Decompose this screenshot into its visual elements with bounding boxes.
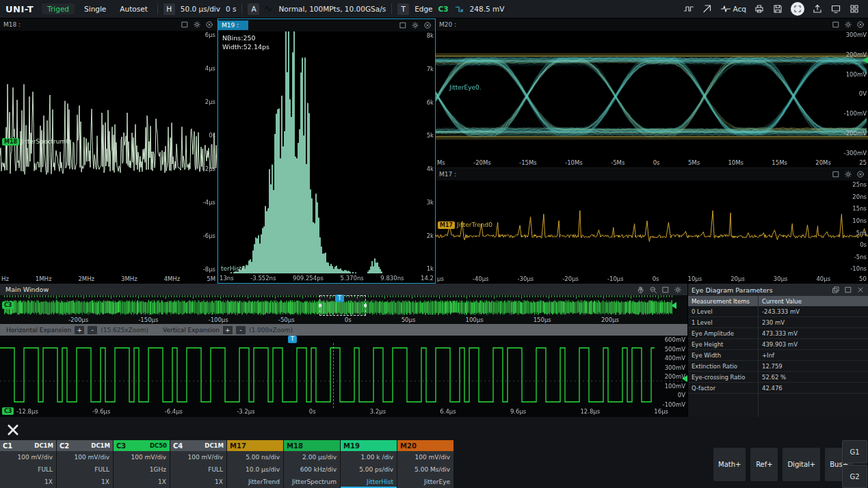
window-icon[interactable]	[844, 286, 852, 294]
channel-setting-row: 100 mV/div	[57, 451, 113, 463]
math-add-button[interactable]: Math+	[713, 448, 746, 481]
eye-param-row[interactable]: Q-factor42.476	[688, 383, 868, 394]
channel-header[interactable]: M20	[397, 440, 453, 451]
param-name: Eye Width	[688, 350, 758, 360]
settings-gear-icon[interactable]	[193, 21, 201, 29]
fullscreen-icon[interactable]	[791, 2, 804, 16]
settings-gear-icon[interactable]	[674, 286, 682, 294]
pan-hand-icon[interactable]	[637, 286, 645, 294]
trigger-menu-button[interactable]: T	[397, 3, 409, 15]
acquire-quick-button[interactable]: Acq	[720, 3, 746, 14]
v-expand-decrease-button[interactable]: -	[236, 326, 246, 334]
channel-block-c2[interactable]: C2DC1M100 mV/divFULL1X	[57, 440, 113, 488]
save-icon[interactable]	[772, 3, 783, 14]
zoom-out-icon[interactable]	[649, 286, 657, 294]
eye-plot-area[interactable]: JitterEye0. 300mV200mV100mV0V-100mV-200m…	[436, 31, 868, 157]
m18-badge[interactable]: M18	[2, 138, 19, 146]
copy-icon[interactable]	[832, 286, 840, 294]
histogram-plot-area[interactable]: NBins:250 Width:52.14ps terHist0 8k7k6k5…	[218, 31, 435, 273]
grid-layout-icon[interactable]	[849, 3, 860, 14]
display-icon[interactable]	[830, 3, 841, 14]
window-icon[interactable]	[661, 286, 670, 294]
channel-header[interactable]: M18	[284, 440, 340, 451]
channel-header[interactable]: C2DC1M	[57, 440, 113, 451]
acquisition-info[interactable]: Normal, 100MPts, 10.00GSa/s	[278, 5, 386, 13]
channel-header[interactable]: M17	[227, 440, 283, 451]
channel-block-m20[interactable]: M20100 mV/div5.00 Ms/divJitterEye	[397, 440, 453, 488]
channel-block-c1[interactable]: C1DC1M100 mV/divFULL1X	[0, 440, 56, 488]
zoom-waveform-canvas[interactable]	[0, 336, 687, 417]
toolbar-separator	[391, 3, 392, 14]
trend-canvas[interactable]	[436, 180, 868, 273]
channel-block-m17[interactable]: M175.00 ns/div10.0 μs/divJitterTrend	[227, 440, 283, 488]
settings-gear-icon[interactable]	[844, 170, 852, 178]
settings-gear-icon[interactable]	[411, 21, 419, 29]
channel-c3-badge[interactable]: C3	[2, 407, 14, 415]
ref-add-button[interactable]: Ref+	[750, 448, 778, 481]
eye-param-row[interactable]: 0 Level-243.333 mV	[688, 306, 868, 317]
close-icon[interactable]	[856, 286, 865, 294]
close-icon[interactable]	[856, 170, 865, 178]
eye-param-row[interactable]: 1 Level230 mV	[688, 317, 868, 328]
settings-gear-icon[interactable]	[844, 21, 852, 29]
trigger-position-marker[interactable]: T	[335, 295, 344, 302]
trigger-position-marker[interactable]: T	[288, 336, 297, 343]
channel-header[interactable]: M19	[341, 440, 397, 451]
h-expand-increase-button[interactable]: +	[75, 326, 84, 334]
channel-setting-row: 2.00 μs/div	[284, 451, 340, 463]
print-icon[interactable]	[754, 3, 765, 14]
waveform-icon[interactable]	[683, 3, 694, 14]
panel-title[interactable]: M19 :	[218, 21, 248, 30]
h-expand-decrease-button[interactable]: -	[88, 326, 97, 334]
disconnect-icon[interactable]	[5, 422, 21, 437]
panel-m17-jitter-trend: M17 : M17 JitterTrend0 25ns20ns15ns10ns5…	[436, 168, 868, 284]
eye-canvas[interactable]	[436, 31, 868, 157]
trigger-level-marker[interactable]	[863, 57, 868, 64]
measure-icon[interactable]	[702, 3, 713, 14]
trend-plot-area[interactable]: M17 JitterTrend0 25ns20ns15ns10ns5ns0s-5…	[436, 180, 868, 273]
spectrum-plot-area[interactable]: M18 JitterSpectrum0 6μs4μs2μs0s-2μs-4μs-…	[0, 31, 217, 274]
trigger-level-marker[interactable]	[671, 302, 676, 309]
histogram-canvas[interactable]	[218, 31, 435, 273]
close-icon[interactable]	[856, 21, 865, 29]
autoset-button[interactable]: Autoset	[116, 3, 151, 14]
eye-param-row[interactable]: Eye Amplitude473.333 mV	[688, 328, 868, 339]
close-icon[interactable]	[423, 21, 432, 29]
select-checkbox-icon[interactable]	[832, 170, 840, 178]
horizontal-scale-value[interactable]: 50.0 μs/div	[181, 5, 220, 13]
channel-block-m18[interactable]: M182.00 μs/div600 kHz/divJitterSpectrum	[284, 440, 340, 488]
trigger-level-marker[interactable]	[682, 375, 687, 382]
horizontal-menu-button[interactable]: H	[163, 3, 175, 15]
trigger-slope-icon[interactable]	[454, 4, 464, 14]
single-button[interactable]: Single	[80, 3, 110, 14]
channel-block-c3[interactable]: C3DC50100 mV/div1GHz1X	[114, 440, 170, 488]
export-icon[interactable]	[812, 3, 823, 14]
horizontal-position-value[interactable]: 0 s	[226, 5, 237, 13]
zoom-waveform-area[interactable]: T 600mV500mV400mV300mV200mV100mV0V-100mV…	[0, 336, 687, 417]
g2-button[interactable]: G2	[842, 465, 867, 488]
spectrum-canvas[interactable]	[0, 31, 217, 274]
m17-badge[interactable]: M17	[438, 221, 455, 229]
channel-block-m19[interactable]: M191.00 k /div5.00 ps/divJitterHist	[341, 440, 397, 488]
trigger-type-value[interactable]: Edge	[415, 5, 432, 13]
eye-param-row[interactable]: Extinction Ratio12.759	[688, 361, 868, 372]
channel-header[interactable]: C4DC1M	[170, 440, 226, 451]
close-icon[interactable]	[205, 21, 213, 29]
eye-param-row[interactable]: Eye-crossing Ratio52.62 %	[688, 372, 868, 383]
channel-c3-badge[interactable]: C3	[2, 301, 14, 309]
g1-button[interactable]: G1	[842, 440, 867, 463]
eye-param-row[interactable]: Eye Height439.903 mV	[688, 339, 868, 350]
v-expand-increase-button[interactable]: +	[223, 326, 233, 334]
acquire-menu-button[interactable]: A	[248, 3, 259, 15]
channel-header[interactable]: C1DC1M	[0, 440, 56, 451]
digital-add-button[interactable]: Digital+	[782, 448, 820, 481]
select-checkbox-icon[interactable]	[832, 21, 840, 29]
trigger-level-value[interactable]: 248.5 mV	[470, 5, 505, 13]
channel-header[interactable]: C3DC50	[114, 440, 170, 451]
eye-param-row[interactable]: Eye Width+Inf	[688, 350, 868, 361]
trigger-source-value[interactable]: C3	[438, 5, 449, 13]
select-checkbox-icon[interactable]	[399, 21, 407, 29]
zoom-overview-strip[interactable]: C3 T	[0, 295, 687, 316]
select-checkbox-icon[interactable]	[181, 21, 189, 29]
channel-block-c4[interactable]: C4DC1M100 mV/divFULL1X	[170, 440, 226, 488]
